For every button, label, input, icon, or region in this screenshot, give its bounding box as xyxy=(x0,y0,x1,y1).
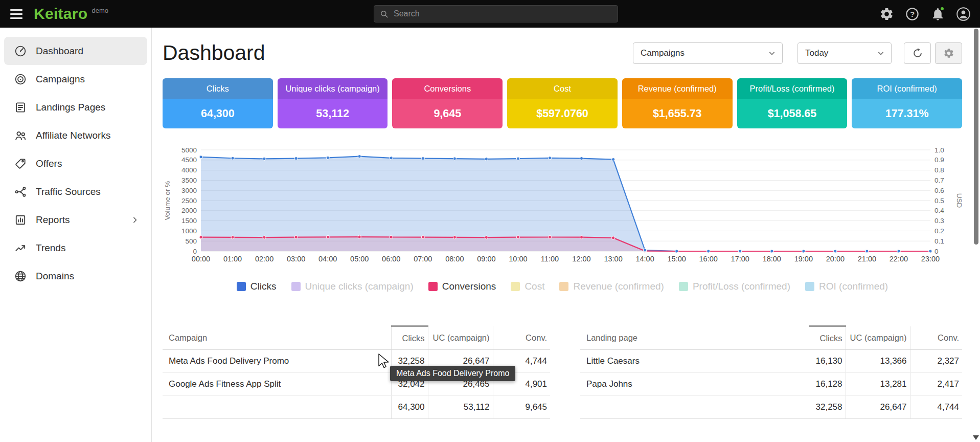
notifications-button[interactable] xyxy=(930,7,945,21)
svg-text:0.5: 0.5 xyxy=(935,197,944,205)
landing-uc-cell: 13,366 xyxy=(846,350,910,373)
totals-conv-cell: 4,744 xyxy=(910,396,962,419)
legend-item-conversions[interactable]: Conversions xyxy=(428,281,496,292)
landing-row[interactable]: Little Caesars 16,130 13,366 2,327 xyxy=(580,350,962,373)
sidebar-item-trends[interactable]: Trends xyxy=(4,234,147,262)
landing-row[interactable]: Papa Johns 16,128 13,281 2,417 xyxy=(580,373,962,396)
scrollbar-down-arrow[interactable] xyxy=(973,435,979,440)
metric-card-revenue[interactable]: Revenue (confirmed) $1,655.73 xyxy=(622,78,733,128)
traffic-sources-icon xyxy=(14,185,27,198)
metric-card-profit-loss[interactable]: Profit/Loss (confirmed) $1,058.65 xyxy=(737,78,848,128)
landing-name-cell[interactable]: Little Caesars xyxy=(580,350,809,373)
global-search[interactable] xyxy=(374,5,618,23)
svg-text:0.6: 0.6 xyxy=(935,187,944,194)
metric-label: Cost xyxy=(507,78,618,99)
metric-card-roi[interactable]: ROI (confirmed) 177.31% xyxy=(852,78,962,128)
svg-text:4000: 4000 xyxy=(181,166,197,174)
svg-text:0.8: 0.8 xyxy=(935,166,944,174)
scrollbar-thumb[interactable] xyxy=(974,29,978,245)
metric-card-cost[interactable]: Cost $597.0760 xyxy=(507,78,618,128)
legend-item-unique-clicks[interactable]: Unique clicks (campaign) xyxy=(291,281,414,292)
group-by-select[interactable]: Campaigns xyxy=(633,42,783,64)
metric-card-conversions[interactable]: Conversions 9,645 xyxy=(392,78,503,128)
chart-canvas: 005000.110000.215000.320000.425000.53000… xyxy=(163,143,962,272)
keitaro-logo[interactable]: Keitaro demo xyxy=(34,6,108,21)
sidebar: Dashboard Campaigns Landings Pages Affil… xyxy=(0,28,152,442)
metric-label: ROI (confirmed) xyxy=(852,78,962,99)
svg-text:10:00: 10:00 xyxy=(509,255,527,263)
campaigns-header-clicks[interactable]: Clicks xyxy=(391,326,428,350)
svg-text:13:00: 13:00 xyxy=(604,255,622,263)
landings-header-clicks[interactable]: Clicks xyxy=(809,326,846,350)
sidebar-item-label: Campaigns xyxy=(36,74,85,85)
sidebar-item-campaigns[interactable]: Campaigns xyxy=(4,65,147,93)
svg-text:0.3: 0.3 xyxy=(935,217,944,225)
svg-text:00:00: 00:00 xyxy=(192,255,210,263)
svg-text:?: ? xyxy=(910,9,915,18)
offers-icon xyxy=(14,157,27,170)
sidebar-item-landings-pages[interactable]: Landings Pages xyxy=(4,93,147,121)
legend-item-clicks[interactable]: Clicks xyxy=(237,281,277,292)
legend-swatch xyxy=(237,282,246,291)
help-button[interactable]: ? xyxy=(905,7,920,21)
svg-text:07:00: 07:00 xyxy=(414,255,432,263)
legend-item-roi[interactable]: ROI (confirmed) xyxy=(805,281,888,292)
landing-clicks-cell: 16,130 xyxy=(809,350,846,373)
account-button[interactable] xyxy=(956,7,971,21)
legend-label: Unique clicks (campaign) xyxy=(305,281,414,292)
svg-text:14:00: 14:00 xyxy=(635,255,654,263)
legend-item-profit-loss[interactable]: Profit/Loss (confirmed) xyxy=(679,281,790,292)
sidebar-item-dashboard[interactable]: Dashboard xyxy=(4,37,147,65)
legend-label: Clicks xyxy=(250,281,277,292)
landings-table: Landing page Clicks UC (campaign) Conv. … xyxy=(580,325,962,419)
chevron-down-icon xyxy=(876,48,886,58)
campaigns-icon xyxy=(14,73,27,86)
landing-name-cell[interactable]: Papa Johns xyxy=(580,373,809,396)
metric-value: 64,300 xyxy=(163,99,273,128)
date-range-select[interactable]: Today xyxy=(797,42,892,64)
campaigns-header-conv[interactable]: Conv. xyxy=(493,326,550,350)
page-scrollbar[interactable] xyxy=(972,28,980,442)
refresh-button[interactable] xyxy=(904,42,931,64)
chart-legend: Clicks Unique clicks (campaign) Conversi… xyxy=(163,281,962,292)
sidebar-item-reports[interactable]: Reports xyxy=(4,206,147,234)
sidebar-item-traffic-sources[interactable]: Traffic Sources xyxy=(4,178,147,206)
svg-text:16:00: 16:00 xyxy=(699,255,718,263)
legend-swatch xyxy=(805,282,814,291)
chevron-right-icon xyxy=(130,215,140,225)
landings-header-landing-page[interactable]: Landing page xyxy=(580,326,809,350)
svg-text:02:00: 02:00 xyxy=(255,255,274,263)
svg-text:0.4: 0.4 xyxy=(935,207,944,214)
dashboard-settings-button[interactable] xyxy=(935,42,962,64)
main-content: Dashboard Campaigns Today Clicks 64,300 … xyxy=(152,28,980,419)
logo-demo-badge: demo xyxy=(92,7,108,14)
sidebar-item-domains[interactable]: Domains xyxy=(4,262,147,290)
legend-item-revenue[interactable]: Revenue (confirmed) xyxy=(559,281,664,292)
svg-text:19:00: 19:00 xyxy=(794,255,813,263)
svg-text:18:00: 18:00 xyxy=(763,255,781,263)
sidebar-item-label: Reports xyxy=(36,214,70,226)
legend-item-cost[interactable]: Cost xyxy=(511,281,544,292)
menu-toggle-button[interactable] xyxy=(10,9,24,19)
campaigns-header-campaign[interactable]: Campaign xyxy=(163,326,391,350)
svg-text:0: 0 xyxy=(935,248,939,255)
sidebar-item-offers[interactable]: Offers xyxy=(4,149,147,178)
campaigns-header-uc[interactable]: UC (campaign) xyxy=(428,326,493,350)
landing-conv-cell: 2,417 xyxy=(910,373,962,396)
campaign-name-cell[interactable]: Google Ads Fitness App Split xyxy=(163,373,391,396)
legend-label: Conversions xyxy=(442,281,496,292)
landings-header-uc[interactable]: UC (campaign) xyxy=(846,326,910,350)
landings-totals-row: 32,258 26,647 4,744 xyxy=(580,396,962,419)
search-input[interactable] xyxy=(394,9,612,18)
landings-header-conv[interactable]: Conv. xyxy=(910,326,962,350)
campaign-name-cell[interactable]: Meta Ads Food Delivery Promo xyxy=(163,350,391,373)
settings-gear-button[interactable] xyxy=(879,7,894,21)
svg-text:Volume or %: Volume or % xyxy=(164,181,171,220)
metric-card-unique-clicks[interactable]: Unique clicks (campaign) 53,112 xyxy=(278,78,388,128)
metric-value: 9,645 xyxy=(392,99,503,128)
svg-text:USD: USD xyxy=(955,193,962,208)
svg-text:15:00: 15:00 xyxy=(668,255,686,263)
page-header: Dashboard Campaigns Today xyxy=(163,41,962,65)
metric-card-clicks[interactable]: Clicks 64,300 xyxy=(163,78,273,128)
sidebar-item-affiliate-networks[interactable]: Affiliate Networks xyxy=(4,121,147,149)
